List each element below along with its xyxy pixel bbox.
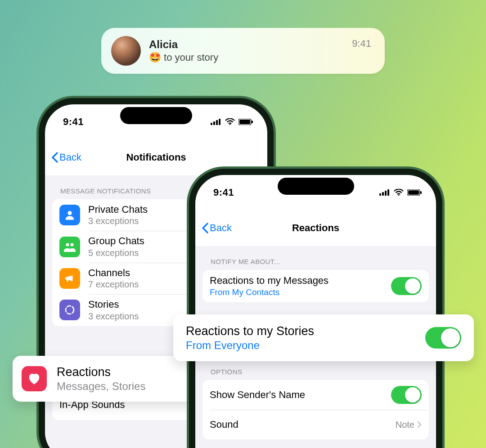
svg-rect-18	[408, 190, 419, 195]
wifi-icon	[225, 118, 235, 125]
svg-rect-2	[216, 120, 218, 125]
row-reactions-messages[interactable]: Reactions to my Messages From My Contact…	[202, 270, 429, 302]
chevron-left-icon	[202, 223, 209, 233]
toggle-reactions-messages[interactable]	[391, 277, 422, 295]
toggle-show-sender[interactable]	[391, 386, 422, 404]
toast-time: 9:41	[352, 38, 371, 49]
megaphone-icon	[59, 268, 80, 289]
svg-point-4	[230, 124, 231, 125]
stories-icon	[59, 300, 80, 320]
navbar: Back Reactions	[195, 216, 436, 240]
row-title: Stories	[88, 299, 139, 310]
notify-rows: Reactions to my Messages From My Contact…	[202, 270, 429, 302]
row-title: Show Sender's Name	[210, 389, 305, 401]
options-rows: Show Sender's Name Sound Note	[202, 380, 429, 439]
svg-rect-3	[219, 119, 220, 125]
svg-point-8	[68, 211, 72, 215]
avatar	[111, 36, 141, 66]
row-title: Private Chats	[88, 204, 148, 215]
status-bar: 9:41	[45, 104, 267, 131]
svg-rect-12	[379, 193, 381, 196]
heart-icon	[22, 366, 47, 391]
toast-body: 🤩 to your story	[149, 52, 218, 63]
row-title: Reactions to my Messages	[210, 275, 328, 287]
chevron-right-icon	[417, 421, 422, 428]
status-time: 9:41	[213, 187, 234, 198]
section-header-notify: NOTIFY ME ABOUT...	[195, 246, 436, 270]
wifi-icon	[394, 189, 404, 196]
section-header-options: OPTIONS	[195, 358, 436, 380]
svg-rect-13	[382, 192, 384, 196]
row-title: Reactions	[57, 365, 145, 379]
row-sub: From My Contacts	[210, 287, 328, 297]
svg-point-16	[398, 195, 400, 196]
svg-rect-1	[213, 121, 215, 125]
dynamic-island	[120, 107, 192, 124]
row-title: Sound	[210, 419, 238, 430]
cellular-icon	[379, 189, 390, 196]
row-reactions-stories-highlight[interactable]: Reactions to my Stories From Everyone	[173, 314, 474, 361]
svg-point-10	[70, 243, 73, 246]
back-button[interactable]: Back	[202, 222, 232, 234]
svg-rect-19	[420, 191, 422, 194]
row-sub: From Everyone	[186, 339, 314, 352]
row-sub: 5 exceptions	[88, 248, 144, 258]
battery-icon	[238, 119, 253, 125]
row-title: Channels	[88, 267, 139, 279]
toast-name: Alicia	[149, 38, 218, 51]
person-icon	[59, 205, 80, 225]
chevron-left-icon	[51, 152, 58, 163]
svg-rect-15	[387, 189, 389, 196]
story-reaction-toast[interactable]: Alicia 🤩 to your story 9:41	[101, 28, 385, 74]
row-title: Group Chats	[88, 235, 144, 247]
navbar: Back Notifications	[45, 146, 267, 169]
svg-rect-14	[385, 191, 387, 196]
cellular-icon	[211, 119, 221, 125]
back-label: Back	[59, 152, 81, 163]
svg-rect-6	[239, 120, 250, 124]
row-value: Note	[396, 420, 414, 430]
battery-icon	[407, 189, 422, 196]
row-sub: 7 exceptions	[88, 279, 139, 290]
dynamic-island	[278, 178, 354, 195]
row-sub: 3 exceptions	[88, 216, 148, 226]
back-label: Back	[210, 222, 232, 234]
row-sub: 3 exceptions	[88, 311, 139, 322]
svg-point-11	[66, 306, 74, 314]
svg-point-9	[66, 243, 69, 246]
status-icons	[379, 189, 422, 196]
status-bar: 9:41	[195, 175, 436, 202]
phone-reactions: 9:41 Back Reactions NOTIFY ME ABOUT... R…	[189, 169, 442, 448]
status-icons	[211, 118, 253, 125]
back-button[interactable]: Back	[51, 152, 81, 163]
group-icon	[59, 237, 80, 257]
row-sound[interactable]: Sound Note	[202, 410, 429, 439]
status-time: 9:41	[63, 116, 84, 128]
row-title: Reactions to my Stories	[186, 324, 314, 338]
row-sub: Messages, Stories	[57, 380, 145, 393]
row-show-sender[interactable]: Show Sender's Name	[202, 380, 429, 410]
svg-rect-7	[252, 121, 253, 123]
toast-text: Alicia 🤩 to your story	[149, 38, 218, 63]
toggle-reactions-stories[interactable]	[425, 327, 461, 349]
svg-rect-0	[211, 123, 212, 125]
row-reactions-highlight[interactable]: Reactions Messages, Stories	[13, 356, 202, 402]
